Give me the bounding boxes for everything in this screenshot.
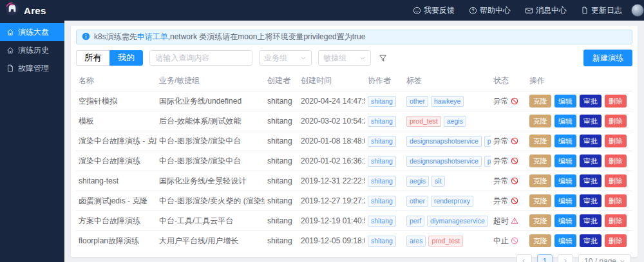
- delete-button[interactable]: 删除: [605, 174, 627, 187]
- delete-button[interactable]: 删除: [605, 234, 627, 247]
- collaborators-cell: shitang: [365, 191, 404, 211]
- column-header: 业务/敏捷组: [156, 70, 265, 91]
- actions-cell: 克隆编辑审批删除: [527, 231, 632, 251]
- column-header: 创建者: [265, 70, 298, 91]
- clone-button[interactable]: 克隆: [529, 214, 551, 227]
- tags-cell: perfdiymanageservice: [404, 211, 491, 231]
- user-avatar[interactable]: [631, 4, 644, 17]
- status-label: 异常: [493, 156, 509, 167]
- next-page-button[interactable]: [558, 254, 573, 262]
- top-links: 我要反馈帮助中心消息中心更新日志: [413, 5, 631, 16]
- name-cell: 渲染中台故障演练 - 克隆: [76, 131, 156, 151]
- delete-button[interactable]: 删除: [605, 115, 627, 127]
- scope-button-all[interactable]: 所有: [76, 50, 109, 66]
- column-header: 名称: [76, 70, 156, 91]
- clone-button[interactable]: 克隆: [529, 95, 551, 108]
- search-input[interactable]: [149, 50, 252, 66]
- creator-cell: shitang: [265, 231, 298, 251]
- created-time-cell: 2020-01-02 16:36:19: [298, 151, 365, 171]
- smiley-icon: [413, 6, 421, 15]
- delete-button[interactable]: 删除: [605, 214, 627, 227]
- top-link-message-center[interactable]: 消息中心: [525, 5, 567, 16]
- group-cell: 中台-图形渲染/卖火柴的 (渲染组): [156, 191, 265, 211]
- edit-button[interactable]: 编辑: [554, 135, 576, 147]
- edit-button[interactable]: 编辑: [554, 174, 576, 187]
- pagination: 1 10 / page: [76, 250, 632, 262]
- clone-button[interactable]: 克隆: [529, 115, 551, 127]
- creator-cell: shitang: [265, 151, 298, 171]
- status-label: 异常: [493, 196, 509, 207]
- clone-button[interactable]: 克隆: [529, 135, 551, 147]
- clone-button[interactable]: 克隆: [529, 174, 551, 187]
- apply-ticket-link[interactable]: 申请工单: [137, 32, 168, 41]
- clone-button[interactable]: 克隆: [529, 194, 551, 207]
- sidebar-item-drill-dashboard[interactable]: 演练大盘: [0, 23, 64, 41]
- info-icon: [82, 32, 90, 42]
- document-icon: [6, 64, 14, 72]
- created-time-cell: 2019-12-27 19:27:29: [298, 191, 365, 211]
- tag: aegis: [406, 176, 429, 187]
- tag: aegis: [444, 116, 466, 127]
- actions-cell: 克隆编辑审批删除: [527, 91, 632, 111]
- page-number-button[interactable]: 1: [537, 254, 553, 262]
- status-cell: 异常: [491, 131, 527, 151]
- status-badge: 异常: [493, 156, 524, 167]
- name-cell: 卤蛋测试jedis - 克隆: [76, 191, 156, 211]
- prev-page-button[interactable]: [516, 254, 532, 262]
- new-drill-button[interactable]: 新建演练: [583, 50, 632, 66]
- created-time-cell: 2019-12-19 01:40:58: [298, 211, 365, 231]
- approve-button[interactable]: 审批: [580, 174, 601, 187]
- approve-button[interactable]: 审批: [580, 194, 601, 207]
- tag: perf: [484, 156, 491, 167]
- top-link-help-center[interactable]: 帮助中心: [469, 5, 511, 16]
- approve-button[interactable]: 审批: [580, 154, 601, 167]
- delete-button[interactable]: 删除: [605, 154, 627, 167]
- prohibit-icon: [511, 97, 518, 105]
- page-size-select[interactable]: 10 / page: [578, 254, 631, 262]
- scope-segment: 所有我的: [76, 50, 143, 66]
- edit-button[interactable]: 编辑: [554, 214, 576, 227]
- creator-cell: shitang: [265, 131, 298, 151]
- sidebar-item-fault-management[interactable]: 故障管理: [0, 59, 64, 77]
- column-header: 操作: [527, 70, 632, 91]
- top-link-changelog[interactable]: 更新日志: [581, 5, 622, 16]
- approve-button[interactable]: 审批: [580, 214, 601, 227]
- business-group-select[interactable]: 业务组: [259, 50, 312, 66]
- tags-cell: aegissit: [404, 171, 491, 191]
- created-time-cell: 2019-12-31 22:22:53: [298, 171, 365, 191]
- table-row: 模板后台-效能体系/测试效能shitang2020-03-02 10:54:20…: [76, 111, 632, 131]
- tag: prod_test: [406, 116, 441, 127]
- filter-funnel-icon[interactable]: [379, 54, 387, 62]
- actions-cell: 克隆编辑审批删除: [527, 151, 632, 171]
- top-link-feedback[interactable]: 我要反馈: [413, 5, 455, 16]
- created-time-cell: 2020-03-02 10:54:20: [298, 111, 365, 131]
- edit-button[interactable]: 编辑: [554, 154, 576, 167]
- collaborators-cell: shitang: [365, 231, 404, 251]
- edit-button[interactable]: 编辑: [554, 115, 576, 127]
- tag: renderproxy: [431, 196, 473, 207]
- agile-group-select[interactable]: 敏捷组: [318, 50, 371, 66]
- delete-button[interactable]: 删除: [605, 194, 627, 207]
- file-icon: [581, 6, 589, 14]
- chevron-down-icon: [300, 55, 307, 61]
- edit-button[interactable]: 编辑: [554, 234, 576, 247]
- tags-cell: aresprod_test: [404, 231, 491, 251]
- approve-button[interactable]: 审批: [580, 234, 601, 247]
- clone-button[interactable]: 克隆: [529, 234, 551, 247]
- edit-button[interactable]: 编辑: [554, 95, 576, 108]
- delete-button[interactable]: 删除: [605, 135, 627, 147]
- top-link-label: 消息中心: [536, 5, 567, 16]
- group-cell: 中台-工具/工具云平台: [156, 211, 265, 231]
- approve-button[interactable]: 审批: [580, 115, 601, 127]
- collaborators-cell: shitang: [365, 91, 404, 111]
- drill-table: 名称业务/敏捷组创建者创建时间协作者标签状态操作 空指针模拟国际化业务线/und…: [76, 70, 632, 250]
- approve-button[interactable]: 审批: [580, 95, 601, 108]
- sidebar-item-drill-history[interactable]: 演练历史: [0, 41, 64, 59]
- tag: designsnapshotservice: [406, 156, 482, 167]
- approve-button[interactable]: 审批: [580, 135, 601, 147]
- created-time-cell: 2020-04-24 14:47:52: [298, 91, 365, 111]
- delete-button[interactable]: 删除: [605, 95, 627, 108]
- edit-button[interactable]: 编辑: [554, 194, 576, 207]
- clone-button[interactable]: 克隆: [529, 154, 551, 167]
- scope-button-mine[interactable]: 我的: [109, 50, 144, 66]
